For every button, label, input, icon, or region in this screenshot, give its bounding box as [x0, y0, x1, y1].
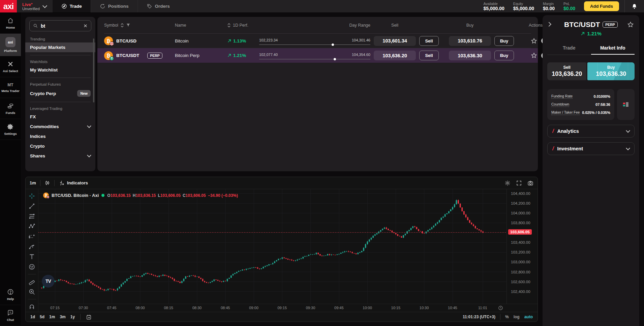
- sidebar-item-label: Axi Select: [3, 69, 18, 73]
- orderbook-button[interactable]: [617, 89, 635, 120]
- perp-badge: PERP: [147, 53, 162, 59]
- sell-quote-button[interactable]: Sell 103,636.20: [547, 62, 586, 80]
- sell-button[interactable]: Sell: [419, 36, 439, 46]
- chart-clock[interactable]: 11:01:23 (UTC+3): [463, 315, 495, 319]
- notifications-button[interactable]: [624, 0, 644, 12]
- col-name[interactable]: Name: [175, 23, 186, 28]
- tab-label: Trade: [70, 4, 82, 9]
- fullscreen-icon[interactable]: [516, 180, 522, 186]
- fx-icon: [59, 180, 65, 186]
- buy-button[interactable]: Buy: [494, 36, 514, 46]
- favorite-star-icon[interactable]: [627, 21, 634, 28]
- instrument-name: Bitcoin: [175, 38, 224, 43]
- magnet-tool-icon[interactable]: [28, 303, 35, 310]
- go-to-date-icon[interactable]: [86, 314, 92, 320]
- watchlist-item-indices[interactable]: Indices: [25, 131, 95, 141]
- market-row-btc-usd[interactable]: ₿BTC/USDBitcoin1.13%102,223.34104,301.46…: [104, 34, 531, 48]
- chart-settings-gear-icon[interactable]: [504, 180, 511, 186]
- buy-button[interactable]: Buy: [494, 51, 514, 60]
- scale-auto-button[interactable]: auto: [524, 315, 533, 319]
- sort-icon[interactable]: [120, 23, 124, 28]
- filter-icon[interactable]: [126, 23, 130, 27]
- screenshot-camera-icon[interactable]: [527, 180, 533, 186]
- ruler-tool-icon[interactable]: [28, 278, 35, 285]
- time-axis[interactable]: 07:1507:3007:4508:0008:1508:3008:4509:00…: [38, 304, 507, 312]
- sidebar-item-axi-select[interactable]: Axi Select: [0, 56, 21, 77]
- buy-price[interactable]: 103,610.76: [449, 36, 491, 46]
- sell-button[interactable]: Sell: [419, 51, 439, 60]
- tradingview-logo[interactable]: TV: [42, 275, 55, 288]
- sell-price[interactable]: 103,601.34: [374, 36, 416, 46]
- indicators-button[interactable]: Indicators: [59, 180, 88, 186]
- watchlist-item-crypto-perp[interactable]: Crypto PerpNew: [25, 88, 95, 99]
- sidebar-item-chat[interactable]: Chat: [0, 305, 21, 326]
- watchlist-item-crypto[interactable]: Crypto: [25, 141, 95, 151]
- timezone-clock-icon[interactable]: [498, 305, 503, 310]
- watchlist-item-label: Crypto Perp: [30, 91, 56, 96]
- prediction-tool-icon[interactable]: [28, 233, 35, 240]
- market-search[interactable]: [29, 20, 91, 31]
- watchlist-item-commodities[interactable]: Commodities: [25, 122, 95, 131]
- scale-log-button[interactable]: log: [514, 315, 520, 319]
- info-row-maker-taker-fee: Maker / Taker Fee0.025% / 0.035%: [551, 109, 610, 117]
- price-tick: 104,400.00: [511, 191, 530, 196]
- tab-orders[interactable]: Orders: [137, 0, 179, 12]
- scale-percent-button[interactable]: %: [505, 315, 509, 319]
- buy-quote-button[interactable]: Buy 103,636.30: [587, 62, 635, 80]
- sidebar-item-meta-trader[interactable]: MTMeta Trader: [0, 77, 21, 98]
- search-input[interactable]: [41, 23, 78, 29]
- accordion-analytics[interactable]: /Analytics: [547, 125, 635, 138]
- sidebar-item-help[interactable]: Help: [0, 284, 21, 305]
- market-row-btc-usdt[interactable]: ₿TBTC/USDTPERPBitcoin Perp1.21%102,077.4…: [97, 48, 538, 63]
- collapse-panel-chevron-icon[interactable]: [547, 22, 551, 27]
- detail-tab-market-info[interactable]: Market Info: [591, 42, 635, 55]
- axi-logo[interactable]: axi: [0, 0, 17, 12]
- candle-style-icon[interactable]: [44, 180, 50, 186]
- brush-tool-icon[interactable]: [28, 243, 35, 250]
- trendline-tool-icon[interactable]: [28, 203, 35, 210]
- watchlist-item-popular-markets[interactable]: Popular Markets: [25, 42, 95, 52]
- range-1m-button[interactable]: 1m: [49, 315, 55, 319]
- btc-usd-coin-icon: ₿: [104, 36, 113, 45]
- add-funds-button[interactable]: Add Funds: [584, 1, 619, 11]
- range-5d-button[interactable]: 5d: [40, 315, 44, 319]
- favorite-star-icon[interactable]: [531, 38, 537, 44]
- watchlist-item-fx[interactable]: FX: [25, 112, 95, 122]
- chart-plot[interactable]: ₿ BTC/USD. Bitcoin · Axi O103,636.15H103…: [38, 189, 507, 304]
- watchlist-item-shares[interactable]: Shares: [25, 151, 95, 161]
- watchlist-section-heading: Trending: [25, 33, 95, 42]
- info-row-countdown: Countdown07:58:36: [551, 100, 610, 109]
- tab-trade[interactable]: Trade: [53, 0, 91, 12]
- price-axis[interactable]: 102,400.00102,600.00102,800.00103,000.00…: [507, 189, 538, 304]
- range-3m-button[interactable]: 3m: [60, 315, 65, 319]
- tab-positions[interactable]: Positions: [91, 0, 137, 12]
- buy-price[interactable]: 103,636.30: [449, 51, 491, 60]
- sidebar-item-label: Home: [6, 26, 15, 29]
- sidebar-item-platform[interactable]: axiPlatform: [0, 34, 21, 56]
- sell-price[interactable]: 103,636.20: [374, 51, 416, 60]
- clear-search-icon[interactable]: [83, 24, 88, 28]
- watchlist-scrollbar[interactable]: [93, 38, 94, 102]
- sidebar-item-funds[interactable]: Funds: [0, 98, 21, 119]
- accordion-investment[interactable]: /Investment: [547, 142, 635, 155]
- col-perf[interactable]: 1D Perf.: [233, 23, 248, 28]
- zoom-in-tool-icon[interactable]: [28, 288, 35, 295]
- interval-button[interactable]: 1m: [30, 180, 36, 185]
- col-symbol[interactable]: Symbol: [104, 23, 118, 28]
- emoji-tool-icon[interactable]: [28, 263, 35, 270]
- sidebar-item-home[interactable]: Home: [0, 13, 21, 34]
- detail-tab-trade[interactable]: Trade: [547, 42, 591, 55]
- crosshair-tool-icon[interactable]: [28, 192, 35, 200]
- favorite-star-icon[interactable]: [531, 52, 537, 59]
- fib-lines-tool-icon[interactable]: [28, 213, 35, 220]
- text-tool-icon[interactable]: [28, 253, 35, 260]
- range-1d-button[interactable]: 1d: [30, 315, 35, 319]
- range-1y-button[interactable]: 1y: [70, 315, 75, 319]
- watchlist-item-my-watchlist[interactable]: My Watchlist: [25, 65, 95, 75]
- sort-icon[interactable]: [227, 23, 231, 28]
- left-sidebar: HomeaxiPlatformAxi SelectMTMeta TraderFu…: [0, 13, 21, 326]
- legend-title[interactable]: BTC/USD. Bitcoin · Axi: [52, 193, 99, 198]
- xabcd-pattern-tool-icon[interactable]: [28, 223, 35, 230]
- account-switcher[interactable]: Live● Unverified: [17, 0, 53, 12]
- sidebar-item-settings[interactable]: Settings: [0, 119, 21, 140]
